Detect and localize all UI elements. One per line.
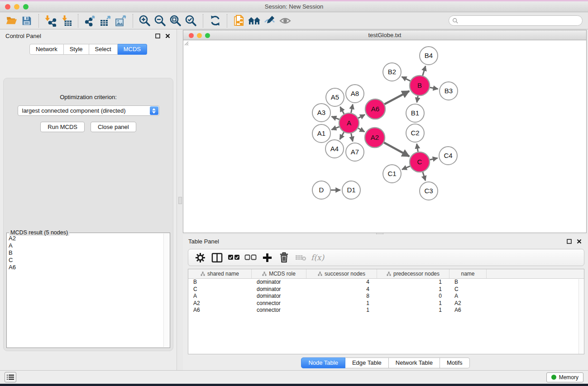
zoom-out-button[interactable] [153,14,168,28]
export-table-button[interactable] [98,14,113,28]
zoom-fit-button[interactable] [168,14,183,28]
export-network-button[interactable] [82,14,98,28]
column-header-mcds-role[interactable]: MCDS role [252,269,306,278]
node-A2[interactable]: A2 [365,128,385,148]
resize-grip-icon[interactable] [183,40,189,46]
node-A1[interactable]: A1 [312,124,330,143]
edge-C-C2[interactable] [417,144,418,152]
tab-motifs[interactable]: Motifs [440,357,470,368]
tab-network[interactable]: Network [29,44,64,55]
close-panel-button-2[interactable]: Close panel [91,122,136,132]
edge-B-B4[interactable] [423,66,425,76]
node-table[interactable]: shared nameMCDS rolesuccessor nodesprede… [188,269,584,354]
node-A[interactable]: A [339,113,359,133]
result-scrollbar[interactable] [163,234,169,347]
result-item[interactable]: B [9,249,163,257]
memory-button[interactable]: Memory [546,372,583,382]
node-C2[interactable]: C2 [406,124,424,142]
tab-node-table[interactable]: Node Table [301,357,345,368]
show-graphics-details-button[interactable] [262,14,277,28]
minimize-window-button[interactable] [14,4,19,10]
node-B3[interactable]: B3 [440,82,458,100]
function-builder-button[interactable]: f(x) [309,250,326,265]
result-item[interactable]: A6 [9,264,163,271]
mcds-result-list[interactable]: A2ABCA6 [9,235,163,347]
network-view-titlebar[interactable]: testGlobe.txt [183,30,587,40]
column-header-name[interactable]: name [449,269,487,278]
edge-C-C3[interactable] [423,172,425,181]
create-column-button[interactable] [259,250,276,265]
edge-A-A7[interactable] [351,133,353,142]
edge-C-C1[interactable] [402,166,410,170]
node-B1[interactable]: B1 [406,104,424,122]
edge-A-A6[interactable] [358,114,365,118]
tab-select[interactable]: Select [89,44,118,55]
result-item[interactable]: A [9,242,163,249]
node-C[interactable]: C [410,152,430,172]
save-session-button[interactable] [19,14,34,28]
zoom-selected-button[interactable] [183,14,199,28]
column-header-shared-name[interactable]: shared name [188,269,252,278]
minimize-view-button[interactable] [197,33,202,38]
network-canvas[interactable]: B4B2BB3A8A5A6A3B1AC2A1A2A4A7C4CC1C3DD1 [183,40,587,233]
edge-A-A4[interactable] [340,132,344,139]
edge-A-A2[interactable] [358,128,364,132]
maximize-window-button[interactable] [23,4,29,10]
result-item[interactable]: C [9,257,163,264]
edge-A2-C[interactable] [384,143,409,157]
node-A4[interactable]: A4 [325,140,344,158]
node-B4[interactable]: B4 [420,47,438,65]
column-header-successor-nodes[interactable]: successor nodes [306,269,377,278]
split-divider-grip[interactable] [178,197,182,204]
new-network-from-file-button[interactable] [231,14,247,28]
maximize-view-button[interactable] [205,33,210,38]
select-all-button[interactable] [225,250,242,265]
import-table-button[interactable] [58,14,74,28]
float-panel-button[interactable] [154,33,161,40]
edge-A-A3[interactable] [331,116,339,119]
tab-style[interactable]: Style [64,44,89,55]
edge-A6-B[interactable] [384,91,409,104]
node-A3[interactable]: A3 [312,104,330,122]
node-D[interactable]: D [312,181,330,199]
open-session-button[interactable] [4,14,19,28]
column-header-predecessor-nodes[interactable]: predecessor nodes [377,269,449,278]
optimization-criterion-dropdown[interactable]: largest connected component (directed) [18,105,159,116]
show-columns-button[interactable] [209,250,225,265]
task-history-button[interactable] [5,372,16,382]
refresh-button[interactable] [207,14,223,28]
close-view-button[interactable] [189,33,194,38]
run-mcds-button[interactable]: Run MCDS [40,122,85,132]
network-graph[interactable]: B4B2BB3A8A5A6A3B1AC2A1A2A4A7C4CC1C3DD1 [183,40,586,233]
edge-C-C4[interactable] [430,158,437,160]
bird-eye-view-button[interactable] [277,14,293,28]
table-row[interactable]: Bdominator41B [188,279,584,286]
tab-edge-table[interactable]: Edge Table [345,357,389,368]
close-table-panel-button[interactable] [575,238,583,245]
table-row[interactable]: A6connector11A6 [188,307,584,314]
table-row[interactable]: Cdominator41C [188,286,584,293]
edge-A-A8[interactable] [351,105,353,113]
tab-mcds[interactable]: MCDS [118,44,147,55]
table-row[interactable]: A2connector11A2 [188,300,584,307]
node-A5[interactable]: A5 [326,88,344,106]
edge-A-A5[interactable] [340,107,344,114]
deselect-all-button[interactable] [242,250,259,265]
result-item[interactable]: A2 [9,235,163,242]
delete-column-button[interactable] [276,250,292,265]
tab-network-table[interactable]: Network Table [389,357,440,368]
table-options-button[interactable] [192,250,209,265]
export-image-button[interactable] [113,14,129,28]
edge-A-A1[interactable] [331,127,339,129]
close-window-button[interactable] [5,4,10,10]
table-row[interactable]: Adominator80A [188,293,584,300]
edge-B-B3[interactable] [430,87,438,89]
node-B[interactable]: B [410,76,430,95]
float-table-panel-button[interactable] [565,238,573,245]
import-network-button[interactable] [43,14,58,28]
edge-B-B1[interactable] [417,96,418,103]
search-field[interactable] [449,15,583,26]
edge-B-B2[interactable] [402,77,411,81]
delete-table-button[interactable] [292,250,309,265]
node-B2[interactable]: B2 [383,63,401,81]
